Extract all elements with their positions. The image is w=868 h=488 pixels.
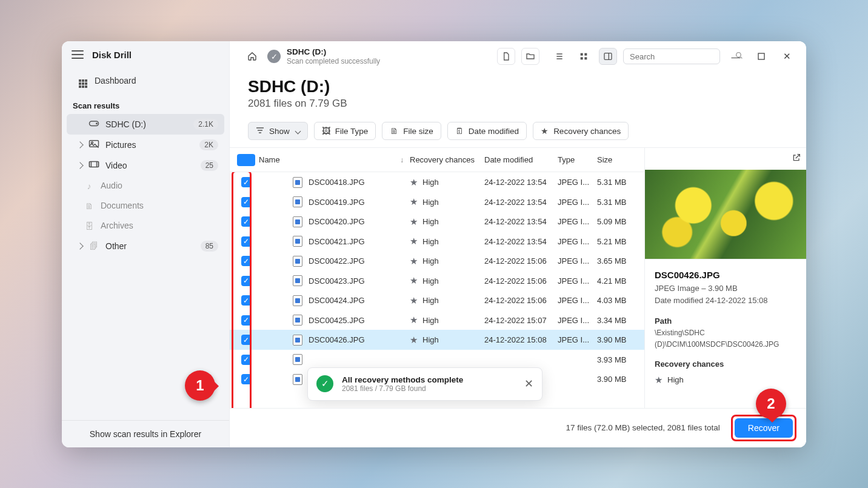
table-row[interactable]: ✓DSC00425.JPG★High24-12-2022 15:07JPEG I…	[230, 310, 644, 330]
select-all-checkbox[interactable]	[237, 154, 255, 166]
sidebar-badge: 2.1K	[193, 119, 218, 130]
jpeg-file-icon	[293, 177, 302, 188]
file-name: DSC00425.JPG	[309, 316, 365, 325]
view-list-icon[interactable]	[550, 48, 569, 65]
table-row[interactable]: ✓DSC00420.JPG★High24-12-2022 13:54JPEG I…	[230, 212, 644, 232]
recovery-value: High	[422, 335, 439, 344]
table-row[interactable]: ✓DSC00426.JPG★High24-12-2022 15:08JPEG I…	[230, 330, 644, 350]
row-checkbox[interactable]: ✓	[241, 177, 252, 187]
toast-title: All recovery methods complete	[342, 375, 463, 384]
size-value: 5.31 MB	[597, 198, 644, 207]
table-row[interactable]: ✓DSC00419.JPG★High24-12-2022 13:54JPEG I…	[230, 192, 644, 212]
window-close[interactable]: ✕	[777, 48, 796, 65]
row-checkbox[interactable]: ✓	[241, 374, 252, 384]
view-file-icon[interactable]	[497, 48, 515, 65]
table-row[interactable]: ✓DSC00424.JPG★High24-12-2022 15:06JPEG I…	[230, 290, 644, 310]
home-icon[interactable]	[243, 48, 261, 65]
star-icon: ★	[410, 295, 418, 306]
col-recovery[interactable]: Recovery chances	[410, 155, 484, 164]
star-icon: ★	[410, 315, 418, 326]
recovery-value: High	[422, 256, 439, 266]
search-box[interactable]	[623, 48, 720, 64]
toolbar-titles: SDHC (D:) Scan completed successfully	[287, 47, 380, 67]
star-icon: ★	[410, 177, 418, 188]
col-size[interactable]: Size	[597, 155, 644, 164]
row-checkbox[interactable]: ✓	[241, 335, 252, 345]
sidebar-item-archives[interactable]: 🗄Archives	[67, 216, 224, 236]
col-name[interactable]: Name↓	[256, 155, 410, 164]
row-checkbox[interactable]: ✓	[241, 355, 252, 365]
type-value: JPEG I...	[558, 237, 597, 246]
recover-button[interactable]: Recover	[735, 418, 793, 438]
sidebar-item-video[interactable]: Video25	[67, 155, 224, 176]
date-value: 24-12-2022 15:06	[484, 296, 558, 305]
size-value: 5.21 MB	[597, 237, 644, 246]
sidebar-badge: 2K	[199, 139, 218, 150]
chip-show[interactable]: Show	[248, 122, 308, 140]
row-checkbox[interactable]: ✓	[241, 315, 252, 326]
toast-close[interactable]: ✕	[524, 377, 533, 390]
jpeg-file-icon	[293, 374, 302, 385]
table-row[interactable]: ✓DSC00421.JPG★High24-12-2022 13:54JPEG I…	[230, 232, 644, 252]
star-icon: ★	[410, 335, 418, 346]
col-type[interactable]: Type	[558, 155, 597, 164]
window-maximize[interactable]	[752, 48, 771, 65]
preview-rc-value: High	[667, 374, 684, 386]
annotation-bubble-1: 1	[185, 370, 215, 401]
table-row[interactable]: ✓DSC00422.JPG★High24-12-2022 15:06JPEG I…	[230, 251, 644, 271]
annotation-bubble-2: 2	[756, 389, 786, 419]
menu-icon[interactable]	[72, 50, 84, 59]
row-checkbox[interactable]: ✓	[241, 197, 252, 207]
row-checkbox[interactable]: ✓	[241, 256, 252, 266]
recovery-value: High	[422, 198, 439, 207]
popout-icon[interactable]	[792, 153, 801, 165]
star-icon: ★	[410, 216, 418, 227]
jpeg-file-icon	[293, 256, 302, 267]
chevron-right-icon	[76, 141, 83, 148]
type-value: JPEG I...	[558, 256, 597, 266]
chip-file-size[interactable]: 🗎File size	[382, 122, 441, 140]
file-icon: 🗎	[390, 126, 398, 136]
nav-dashboard[interactable]: Dashboard	[67, 69, 224, 93]
preview-date: Date modified 24-12-2022 15:08	[655, 295, 796, 307]
table-row[interactable]: ✓DSC00423.JPG★High24-12-2022 15:06JPEG I…	[230, 271, 644, 291]
sidebar-badge: 25	[201, 160, 218, 171]
show-in-explorer[interactable]: Show scan results in Explorer	[62, 420, 229, 447]
view-grid-icon[interactable]	[575, 48, 593, 65]
sidebar-item-label: Audio	[101, 181, 122, 190]
chip-recovery-chances[interactable]: ★Recovery chances	[533, 122, 629, 140]
sidebar-item-pictures[interactable]: Pictures2K	[67, 135, 224, 155]
svg-rect-6	[584, 53, 587, 56]
success-icon: ✓	[316, 375, 333, 392]
table-row[interactable]: ✓3.93 MB	[230, 350, 644, 370]
preview-filename: DSC00426.JPG	[655, 268, 796, 282]
chip-file-type[interactable]: 🖼File Type	[314, 122, 376, 140]
type-value: JPEG I...	[558, 198, 597, 207]
sidebar-item-audio[interactable]: ♪Audio	[67, 176, 224, 196]
star-icon: ★	[655, 373, 663, 387]
table-row[interactable]: ✓DSC00418.JPG★High24-12-2022 13:54JPEG I…	[230, 172, 644, 192]
file-name: DSC00421.JPG	[309, 237, 365, 246]
toast-complete: ✓ All recovery methods complete 2081 fil…	[307, 367, 542, 401]
type-value: JPEG I...	[558, 296, 597, 305]
row-checkbox[interactable]: ✓	[241, 236, 252, 247]
view-split-icon[interactable]	[599, 48, 617, 65]
sidebar-item-sdhc[interactable]: SDHC (D:)2.1K	[67, 114, 224, 135]
sidebar-item-other[interactable]: 🗐Other85	[67, 236, 224, 256]
row-checkbox[interactable]: ✓	[241, 295, 252, 306]
col-date[interactable]: Date modified	[484, 155, 558, 164]
row-checkbox[interactable]: ✓	[241, 216, 252, 227]
search-input[interactable]	[630, 52, 732, 61]
toast-subtitle: 2081 files / 7.79 GB found	[342, 384, 463, 393]
window-minimize[interactable]: —	[726, 48, 746, 65]
size-value: 3.34 MB	[597, 316, 644, 325]
date-value: 24-12-2022 15:06	[484, 276, 558, 286]
recovery-value: High	[422, 276, 439, 286]
chip-date-modified[interactable]: 🗓Date modified	[447, 122, 527, 140]
filter-icon	[256, 126, 264, 136]
sidebar-item-label: SDHC (D:)	[105, 119, 146, 129]
jpeg-file-icon	[293, 216, 302, 227]
sidebar-item-documents[interactable]: 🗎Documents	[67, 196, 224, 216]
view-folder-icon[interactable]	[521, 48, 539, 65]
row-checkbox[interactable]: ✓	[241, 276, 252, 286]
